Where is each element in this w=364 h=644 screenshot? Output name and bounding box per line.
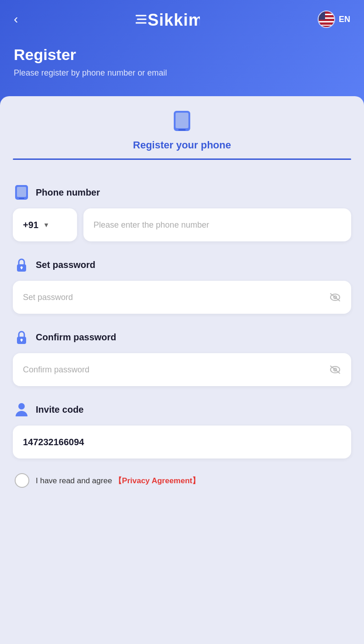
lock-icon [13,256,30,273]
confirm-password-input[interactable] [13,353,351,386]
tab-underline [13,158,351,160]
svg-rect-9 [19,198,24,199]
confirm-password-label-row: Confirm password [13,328,351,346]
set-password-input[interactable] [13,281,351,314]
svg-rect-5 [176,113,188,128]
set-password-label-text: Set password [36,260,95,270]
page-title: Register [14,46,350,64]
svg-rect-6 [178,129,186,131]
privacy-link[interactable]: 【Privacy Agreement】 [114,476,200,485]
confirm-password-wrapper [13,353,351,386]
invite-label-text: Invite code [36,404,83,415]
svg-rect-18 [21,340,22,342]
phone-tab-icon [170,109,194,133]
flag-icon [318,11,335,28]
logo: Sikkim [136,9,200,29]
lock2-icon [13,328,30,346]
invite-label-row: Invite code [13,401,351,418]
phone-label-row: Phone number [13,184,351,201]
svg-rect-12 [21,267,22,269]
language-button[interactable]: EN [318,11,350,28]
phone-field-icon [13,184,30,201]
invite-code-input[interactable] [13,426,351,458]
country-code-value: +91 [23,220,39,230]
svg-rect-8 [17,187,26,197]
phone-input-row: +91 ▼ [13,208,351,241]
agreement-checkbox[interactable] [15,473,29,488]
confirm-password-section: Confirm password [13,328,351,386]
confirm-password-label-text: Confirm password [36,332,116,343]
lang-label: EN [339,15,350,24]
phone-section: Phone number +91 ▼ [13,184,351,241]
tab-section: Register your phone [13,96,351,169]
set-password-section: Set password [13,256,351,314]
country-code-button[interactable]: +91 ▼ [13,208,77,241]
main-content: Register your phone Phone number +91 ▼ [0,96,364,506]
svg-point-22 [18,403,25,409]
person-icon [13,401,30,418]
header-top: ‹ Sikkim EN [14,9,350,29]
set-password-label-row: Set password [13,256,351,273]
phone-label-text: Phone number [36,187,100,198]
tab-phone-label[interactable]: Register your phone [13,139,351,151]
back-button[interactable]: ‹ [14,13,18,26]
agreement-row: I have read and agree 【Privacy Agreement… [13,473,351,488]
eye-hide-icon[interactable] [329,293,341,302]
invite-code-section: Invite code [13,401,351,473]
phone-number-input[interactable] [83,208,351,241]
agreement-text: I have read and agree 【Privacy Agreement… [36,475,200,486]
logo-svg: Sikkim [136,9,200,29]
page-subtitle: Please register by phone number or email [14,68,350,78]
set-password-wrapper [13,281,351,314]
eye-hide2-icon[interactable] [329,365,341,374]
svg-text:Sikkim: Sikkim [148,11,200,29]
chevron-down-icon: ▼ [43,221,50,229]
header: ‹ Sikkim EN Register Please register by … [0,0,364,105]
